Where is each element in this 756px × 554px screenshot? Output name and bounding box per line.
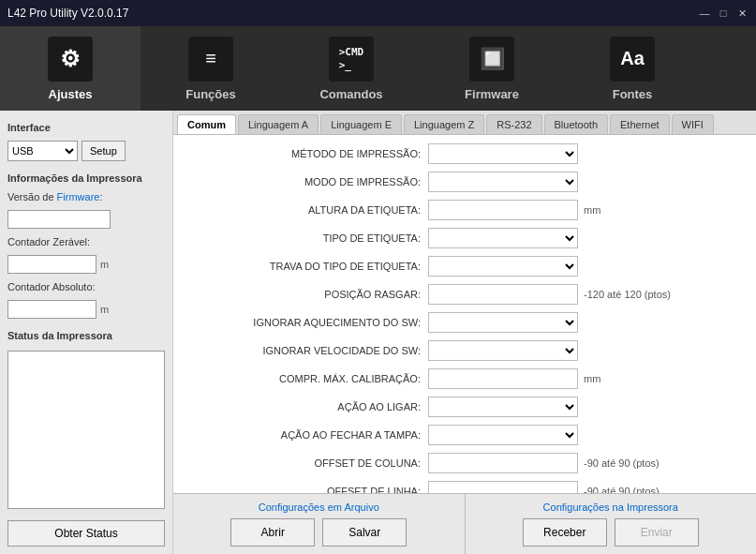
printer-btn-row: Receber Enviar [481,518,742,547]
counter-zeravel-input[interactable] [7,255,96,274]
firmware-input[interactable] [7,210,111,229]
file-btn-row: Abrir Salvar [188,518,450,547]
nav-comandos[interactable]: >CMD>_ Comandos [281,26,422,111]
form-field-3[interactable] [428,228,578,248]
setup-button[interactable]: Setup [82,141,126,161]
form-row: COMPR. MÁX. CALIBRAÇÃO:mm [185,367,745,390]
window-controls: — □ ✕ [698,7,749,20]
tab-wifi[interactable]: WIFI [672,114,714,134]
form-label: COMPR. MÁX. CALIBRAÇÃO: [185,373,428,384]
maximize-button[interactable]: □ [717,7,730,20]
tab-comum[interactable]: Comum [177,114,236,134]
gear-icon: ⚙ [48,37,93,82]
form-hint: -90 até 90 (ptos) [584,457,660,469]
form-row: IGNORAR VELOCIDADE DO SW: [185,339,745,362]
enviar-button[interactable]: Enviar [615,518,699,547]
counter-abs-row: m [7,300,165,319]
nav-firmware[interactable]: 🔲 Firmware [422,26,562,111]
form-field-9[interactable] [428,397,578,417]
counter-zeravel-row: m [7,255,165,274]
nav-fontes-label: Fontes [613,87,653,101]
form-label: POSIÇÃO RASGAR: [185,289,428,300]
printer-section: Configurações na Impressora Receber Envi… [466,494,757,554]
nav-firmware-label: Firmware [465,87,519,101]
form-hint: mm [584,373,600,384]
app-title: L42 Pro Utility V2.0.0.17 [7,7,128,20]
form-label: MODO DE IMPRESSÃO: [185,176,428,187]
interface-row: USB Setup [7,141,165,161]
font-icon: Aa [610,37,655,82]
main-content: Interface USB Setup Informações da Impre… [0,111,756,554]
form-field-10[interactable] [428,425,578,445]
tab-rs232[interactable]: RS-232 [486,114,541,134]
form-field-1[interactable] [428,172,578,192]
tab-linguagem-a[interactable]: Linguagem A [238,114,319,134]
form-row: POSIÇÃO RASGAR:-120 até 120 (ptos) [185,283,745,306]
form-label: TRAVA DO TIPO DE ETIQUETA: [185,261,428,272]
form-label: AÇÃO AO LIGAR: [185,401,428,412]
form-label: MÉTODO DE IMPRESSÃO: [185,148,428,159]
nav-funcoes[interactable]: ≡ Funções [141,26,281,111]
interface-select[interactable]: USB [7,141,78,161]
form-area: MÉTODO DE IMPRESSÃO:MODO DE IMPRESSÃO:AL… [173,135,756,493]
tab-ethernet[interactable]: Ethernet [610,114,670,134]
form-field-7[interactable] [428,340,578,361]
form-field-0[interactable] [428,143,578,164]
form-label: AÇÃO AO FECHAR A TAMPA: [185,429,428,441]
info-title: Informações da Impressora [7,172,165,184]
obter-status-button[interactable]: Obter Status [7,520,165,547]
minimize-button[interactable]: — [698,7,711,20]
nav-funcoes-label: Funções [185,87,235,101]
form-row: AÇÃO AO FECHAR A TAMPA: [185,424,745,446]
receber-button[interactable]: Receber [523,518,607,547]
interface-label: Interface [7,122,165,133]
tab-linguagem-e[interactable]: Linguagem E [320,114,402,134]
form-label: OFFSET DE COLUNA: [185,457,428,469]
status-box [7,351,165,509]
counter-abs-unit: m [100,304,109,315]
form-row: TRAVA DO TIPO DE ETIQUETA: [185,255,745,277]
chip-icon: 🔲 [469,37,514,82]
salvar-button[interactable]: Salvar [322,518,407,547]
form-row: TIPO DE ETIQUETA: [185,227,745,249]
form-hint: -90 até 90 (ptos) [584,486,660,493]
status-title: Status da Impressora [7,330,165,341]
title-bar: L42 Pro Utility V2.0.0.17 — □ ✕ [0,0,756,26]
list-icon: ≡ [188,37,233,82]
counter-abs-input[interactable] [7,300,96,319]
form-row: AÇÃO AO LIGAR: [185,396,745,418]
firmware-label: Versão de Firmware: [7,191,165,202]
cmd-icon: >CMD>_ [329,37,374,82]
form-field-11[interactable] [428,453,578,473]
abrir-button[interactable]: Abrir [230,518,315,547]
sidebar: Interface USB Setup Informações da Impre… [0,111,173,554]
form-label: TIPO DE ETIQUETA: [185,232,428,244]
form-label: IGNORAR AQUECIMENTO DO SW: [185,317,428,328]
nav-fontes[interactable]: Aa Fontes [562,26,703,111]
printer-section-title: Configurações na Impressora [481,502,742,513]
counter-zeravel-label: Contador Zerável: [7,236,165,247]
form-field-5[interactable] [428,284,578,305]
form-row: IGNORAR AQUECIMENTO DO SW: [185,311,745,334]
nav-ajustes-label: Ajustes [49,87,93,101]
file-section: Configurações em Arquivo Abrir Salvar [173,494,466,554]
counter-zeravel-unit: m [100,259,109,270]
counter-abs-label: Contador Absoluto: [7,281,165,292]
form-row: OFFSET DE COLUNA:-90 até 90 (ptos) [185,452,745,474]
tab-linguagem-z[interactable]: Linguagem Z [404,114,484,134]
nav-comandos-label: Comandos [319,87,382,101]
content-area: Comum Linguagem A Linguagem E Linguagem … [173,111,756,554]
nav-bar: ⚙ Ajustes ≡ Funções >CMD>_ Comandos 🔲 Fi… [0,26,756,111]
nav-ajustes[interactable]: ⚙ Ajustes [0,26,141,111]
file-section-title: Configurações em Arquivo [188,502,450,513]
tab-bluetooth[interactable]: Bluetooth [544,114,608,134]
form-row: MÉTODO DE IMPRESSÃO: [185,142,745,165]
bottom-bar: Configurações em Arquivo Abrir Salvar Co… [173,493,756,554]
form-field-2[interactable] [428,200,578,220]
form-field-6[interactable] [428,312,578,333]
form-row: ALTURA DA ETIQUETA:mm [185,199,745,221]
form-field-4[interactable] [428,256,578,277]
close-button[interactable]: ✕ [735,7,749,20]
form-field-8[interactable] [428,368,578,389]
form-field-12[interactable] [428,481,578,493]
